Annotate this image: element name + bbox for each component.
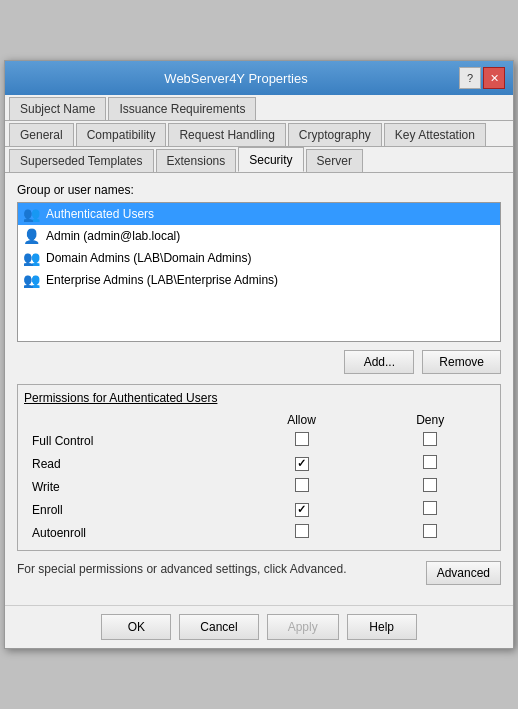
tab-compatibility[interactable]: Compatibility bbox=[76, 123, 167, 146]
perm-name: Autoenroll bbox=[24, 521, 237, 544]
deny-cell[interactable] bbox=[366, 521, 494, 544]
title-bar-controls: ? ✕ bbox=[459, 67, 505, 89]
apply-button[interactable]: Apply bbox=[267, 614, 339, 640]
allow-checkbox-autoenroll[interactable] bbox=[295, 524, 309, 538]
user-name: Enterprise Admins (LAB\Enterprise Admins… bbox=[46, 273, 278, 287]
list-item[interactable]: 👥 Domain Admins (LAB\Domain Admins) bbox=[18, 247, 500, 269]
allow-cell[interactable] bbox=[237, 521, 367, 544]
allow-checkbox-write[interactable] bbox=[295, 478, 309, 492]
advanced-button[interactable]: Advanced bbox=[426, 561, 501, 585]
tab-content: Group or user names: 👥 Authenticated Use… bbox=[5, 173, 513, 605]
perm-name: Enroll bbox=[24, 498, 237, 521]
list-item[interactable]: 👥 Enterprise Admins (LAB\Enterprise Admi… bbox=[18, 269, 500, 291]
user-icon: 👥 bbox=[22, 271, 40, 289]
help-footer-button[interactable]: Help bbox=[347, 614, 417, 640]
title-bar: WebServer4Y Properties ? ✕ bbox=[5, 61, 513, 95]
user-icon: 👥 bbox=[22, 249, 40, 267]
allow-checkbox-enroll[interactable] bbox=[295, 503, 309, 517]
allow-cell[interactable] bbox=[237, 429, 367, 452]
cancel-button[interactable]: Cancel bbox=[179, 614, 258, 640]
allow-checkbox-read[interactable] bbox=[295, 457, 309, 471]
allow-header: Allow bbox=[237, 411, 367, 429]
perm-name: Read bbox=[24, 452, 237, 475]
tab-general[interactable]: General bbox=[9, 123, 74, 146]
advanced-text: For special permissions or advanced sett… bbox=[17, 561, 416, 578]
list-item[interactable]: 👤 Admin (admin@lab.local) bbox=[18, 225, 500, 247]
allow-cell[interactable] bbox=[237, 452, 367, 475]
tab-key-attestation[interactable]: Key Attestation bbox=[384, 123, 486, 146]
table-row: Write bbox=[24, 475, 494, 498]
deny-cell[interactable] bbox=[366, 452, 494, 475]
perm-name-header bbox=[24, 411, 237, 429]
deny-cell[interactable] bbox=[366, 429, 494, 452]
remove-button[interactable]: Remove bbox=[422, 350, 501, 374]
advanced-row: For special permissions or advanced sett… bbox=[17, 561, 501, 585]
list-item[interactable]: 👥 Authenticated Users bbox=[18, 203, 500, 225]
group-label: Group or user names: bbox=[17, 183, 501, 197]
window: WebServer4Y Properties ? ✕ Subject Name … bbox=[4, 60, 514, 649]
deny-checkbox-enroll[interactable] bbox=[423, 501, 437, 515]
deny-checkbox-read[interactable] bbox=[423, 455, 437, 469]
ok-button[interactable]: OK bbox=[101, 614, 171, 640]
deny-checkbox-autoenroll[interactable] bbox=[423, 524, 437, 538]
allow-cell[interactable] bbox=[237, 475, 367, 498]
footer: OK Cancel Apply Help bbox=[5, 605, 513, 648]
deny-checkbox-fullcontrol[interactable] bbox=[423, 432, 437, 446]
permissions-section: Permissions for Authenticated Users Allo… bbox=[17, 384, 501, 551]
tab-subject-name[interactable]: Subject Name bbox=[9, 97, 106, 120]
tabs-row1: Subject Name Issuance Requirements bbox=[5, 95, 513, 121]
deny-header: Deny bbox=[366, 411, 494, 429]
permissions-table: Allow Deny Full Control Read bbox=[24, 411, 494, 544]
permissions-title: Permissions for Authenticated Users bbox=[24, 391, 494, 405]
help-button[interactable]: ? bbox=[459, 67, 481, 89]
tab-server[interactable]: Server bbox=[306, 149, 363, 172]
deny-checkbox-write[interactable] bbox=[423, 478, 437, 492]
tabs-row2: General Compatibility Request Handling C… bbox=[5, 121, 513, 147]
table-row: Autoenroll bbox=[24, 521, 494, 544]
tabs-row3: Superseded Templates Extensions Security… bbox=[5, 147, 513, 173]
user-buttons: Add... Remove bbox=[17, 350, 501, 374]
user-name: Authenticated Users bbox=[46, 207, 154, 221]
tab-cryptography[interactable]: Cryptography bbox=[288, 123, 382, 146]
add-button[interactable]: Add... bbox=[344, 350, 414, 374]
user-name: Domain Admins (LAB\Domain Admins) bbox=[46, 251, 251, 265]
deny-cell[interactable] bbox=[366, 475, 494, 498]
tab-superseded-templates[interactable]: Superseded Templates bbox=[9, 149, 154, 172]
table-row: Full Control bbox=[24, 429, 494, 452]
close-button[interactable]: ✕ bbox=[483, 67, 505, 89]
tab-issuance-requirements[interactable]: Issuance Requirements bbox=[108, 97, 256, 120]
table-row: Read bbox=[24, 452, 494, 475]
deny-cell[interactable] bbox=[366, 498, 494, 521]
window-title: WebServer4Y Properties bbox=[13, 71, 459, 86]
allow-cell[interactable] bbox=[237, 498, 367, 521]
tab-security[interactable]: Security bbox=[238, 147, 303, 172]
perm-name: Full Control bbox=[24, 429, 237, 452]
table-row: Enroll bbox=[24, 498, 494, 521]
allow-checkbox-fullcontrol[interactable] bbox=[295, 432, 309, 446]
user-icon: 👥 bbox=[22, 205, 40, 223]
tab-extensions[interactable]: Extensions bbox=[156, 149, 237, 172]
user-name: Admin (admin@lab.local) bbox=[46, 229, 180, 243]
perm-name: Write bbox=[24, 475, 237, 498]
user-icon: 👤 bbox=[22, 227, 40, 245]
user-list[interactable]: 👥 Authenticated Users 👤 Admin (admin@lab… bbox=[17, 202, 501, 342]
tab-request-handling[interactable]: Request Handling bbox=[168, 123, 285, 146]
